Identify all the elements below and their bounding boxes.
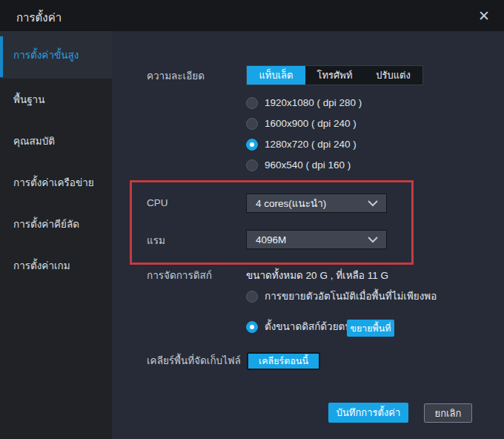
cpu-label: CPU [147, 197, 168, 209]
save-settings-button[interactable]: บันทึกการตั้งค่า [328, 403, 408, 423]
radio-icon [246, 118, 258, 130]
sidebar-item-label: การตั้งค่าเกม [13, 257, 70, 274]
sidebar-item-basic[interactable]: พื้นฐาน [0, 79, 112, 120]
radio-label: 1600x900 ( dpi 240 ) [265, 118, 357, 130]
clear-now-button[interactable]: เคลียร์ตอนนี้ [247, 352, 320, 370]
sidebar-item-label: การตั้งค่าเครือข่าย [13, 174, 94, 191]
close-icon[interactable]: ✕ [474, 6, 494, 27]
settings-dialog: การตั้งค่า ✕ การตั้งค่าขั้นสูง พื้นฐาน ค… [0, 0, 504, 439]
active-indicator [0, 36, 3, 77]
radio-resolution-1920x1080[interactable]: 1920x1080 ( dpi 280 ) [246, 97, 362, 109]
radio-label: การขยายตัวอัตโนมัติเมื่อพื้นที่ไม่เพียงพ… [265, 291, 437, 303]
sidebar: การตั้งค่าขั้นสูง พื้นฐาน คุณสมบัติ การต… [0, 31, 112, 439]
radio-label: 960x540 ( dpi 160 ) [265, 159, 351, 171]
tab-customize[interactable]: ปรับแต่ง [364, 66, 422, 85]
radio-resolution-1600x900[interactable]: 1600x900 ( dpi 240 ) [246, 118, 357, 130]
radio-auto-expand[interactable]: การขยายตัวอัตโนมัติเมื่อพื้นที่ไม่เพียงพ… [246, 291, 437, 303]
radio-icon-checked [246, 321, 258, 333]
resolution-label: ความละเอียด [147, 70, 205, 82]
sidebar-item-label: คุณสมบัติ [13, 133, 55, 149]
sidebar-item-label: พื้นฐาน [13, 91, 44, 108]
radio-label: 1920x1080 ( dpi 280 ) [265, 97, 362, 109]
ram-label: แรม [147, 235, 165, 247]
sidebar-item-game-settings[interactable]: การตั้งค่าเกม [0, 245, 112, 286]
sidebar-item-advanced-settings[interactable]: การตั้งค่าขั้นสูง [0, 31, 112, 79]
sidebar-item-label: การตั้งค่าคีย์ลัด [13, 216, 79, 232]
chevron-down-icon [367, 236, 379, 243]
chevron-down-icon [367, 199, 379, 207]
radio-icon [246, 97, 258, 109]
cancel-button[interactable]: ยกเลิก [424, 403, 472, 423]
expand-space-button[interactable]: ขยายพื้นที่ [347, 320, 394, 337]
radio-icon [246, 159, 258, 171]
radio-icon [246, 291, 258, 303]
sidebar-item-network-settings[interactable]: การตั้งค่าเครือข่าย [0, 162, 112, 203]
sidebar-item-shortcut-settings[interactable]: การตั้งค่าคีย์ลัด [0, 203, 112, 245]
disk-info: ขนาดทั้งหมด 20 G , ที่เหลือ 11 G [246, 270, 388, 282]
radio-dot [250, 325, 254, 329]
tab-tablet[interactable]: แท็บเล็ต [247, 66, 305, 85]
resolution-tab-group: แท็บเล็ต โทรศัพท์ ปรับแต่ง [246, 65, 423, 85]
radio-icon-checked [246, 139, 258, 151]
dialog-title: การตั้งค่า [16, 9, 62, 27]
radio-label: 1280x720 ( dpi 240 ) [265, 139, 357, 151]
tab-phone[interactable]: โทรศัพท์ [305, 66, 364, 85]
radio-resolution-1280x720[interactable]: 1280x720 ( dpi 240 ) [246, 139, 357, 151]
sidebar-item-label: การตั้งค่าขั้นสูง [13, 47, 79, 63]
radio-resolution-960x540[interactable]: 960x540 ( dpi 160 ) [246, 159, 351, 171]
radio-dot [250, 142, 254, 147]
ram-dropdown[interactable]: 4096M [246, 230, 387, 249]
disk-label: การจัดการดิสก์ [147, 270, 212, 282]
cpu-dropdown-value: 4 cores(แนะนำ) [256, 195, 326, 211]
clear-storage-label: เคลียร์พื้นที่จัดเก็บไฟล์ [147, 355, 241, 367]
sidebar-item-properties[interactable]: คุณสมบัติ [0, 120, 112, 162]
ram-dropdown-value: 4096M [256, 234, 286, 245]
titlebar: การตั้งค่า ✕ [0, 0, 504, 31]
cpu-dropdown[interactable]: 4 cores(แนะนำ) [246, 194, 387, 213]
